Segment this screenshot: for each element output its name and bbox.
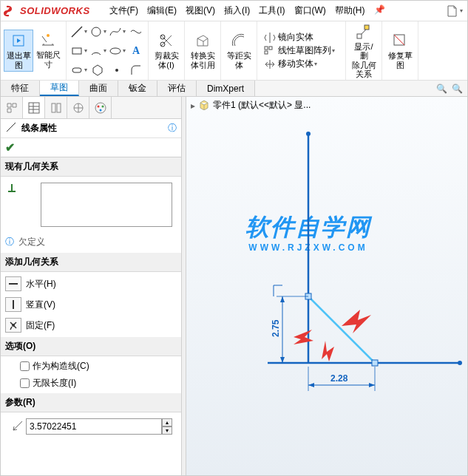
- svg-marker-38: [308, 383, 314, 387]
- linear-pattern-button[interactable]: 线性草图阵列▾: [260, 44, 338, 58]
- menu-help[interactable]: 帮助(H): [330, 4, 370, 17]
- polygon-tool[interactable]: [89, 61, 106, 79]
- existing-relations-list[interactable]: [41, 183, 172, 227]
- svg-point-21: [97, 105, 99, 107]
- repair-sketch-button[interactable]: 修复草图: [385, 30, 415, 70]
- svg-point-20: [95, 103, 106, 113]
- rect-tool[interactable]: ▾: [69, 42, 87, 60]
- svg-rect-3: [72, 48, 81, 54]
- tab-feature[interactable]: 特征: [1, 81, 40, 96]
- move-button[interactable]: 移动实体▾: [260, 58, 320, 71]
- tab-dimxpert[interactable]: DimXpert: [197, 81, 255, 96]
- ptab-appearance[interactable]: [89, 97, 112, 118]
- svg-point-24: [12, 324, 15, 327]
- horizontal-icon: [5, 276, 21, 291]
- relation-perp-icon: [5, 181, 21, 227]
- bc-arrow[interactable]: ▸: [191, 101, 195, 111]
- spin-down[interactable]: ▾: [162, 426, 172, 435]
- breadcrumb: ▸ 零件1 (默认<<默认> 显...: [191, 98, 311, 112]
- slot-tool[interactable]: ▾: [69, 61, 87, 79]
- svg-rect-18: [57, 103, 61, 112]
- opt-infinite[interactable]: 无限长度(I): [1, 375, 181, 392]
- ptab-feature-tree[interactable]: [1, 97, 23, 118]
- app-name: SOLIDWORKS: [20, 5, 90, 16]
- display-relations-button[interactable]: 显示/删除几何关系: [349, 21, 379, 79]
- spline-tool[interactable]: ▾: [108, 23, 126, 41]
- command-tabs: 特征 草图 曲面 钣金 评估 DimXpert 🔍 🔍: [1, 81, 467, 97]
- svg-point-1: [47, 34, 50, 37]
- svg-marker-41: [342, 310, 371, 333]
- dim-vertical[interactable]: 2.75: [271, 285, 308, 363]
- help-icon[interactable]: ⓘ: [168, 122, 177, 135]
- panel-ok-row: ✔: [1, 138, 181, 157]
- solidworks-icon: [4, 4, 18, 18]
- menu-view[interactable]: 视图(V): [181, 4, 220, 17]
- rel-horizontal[interactable]: 水平(H): [1, 273, 181, 294]
- fix-icon: [5, 318, 21, 333]
- opt-construction[interactable]: 作为构造线(C): [1, 358, 181, 375]
- svg-rect-10: [265, 47, 268, 50]
- section-existing-relations[interactable]: 现有几何关系: [1, 157, 181, 177]
- dim-horizontal[interactable]: 2.28: [308, 367, 375, 391]
- sketch-canvas: 2.75 2.28: [186, 119, 467, 474]
- circle-tool[interactable]: ▾: [89, 23, 106, 41]
- arrow-2: [294, 330, 313, 344]
- svg-point-22: [101, 105, 104, 107]
- tab-evaluate[interactable]: 评估: [157, 81, 197, 96]
- trim-button[interactable]: 剪裁实体(I): [152, 30, 181, 70]
- svg-point-23: [99, 109, 101, 111]
- line-icon: [5, 121, 18, 135]
- ellipse-tool[interactable]: ▾: [108, 42, 126, 60]
- construction-checkbox[interactable]: [20, 361, 30, 371]
- svg-point-26: [458, 361, 462, 365]
- text-tool[interactable]: A: [127, 42, 145, 60]
- spline2-tool[interactable]: [127, 23, 145, 41]
- svg-marker-43: [322, 341, 334, 361]
- graphics-area[interactable]: ▸ 零件1 (默认<<默认> 显... 软件自学网 WWW.RJZXW.COM: [186, 97, 467, 475]
- menu-tools[interactable]: 工具(I): [254, 4, 289, 17]
- length-input[interactable]: [26, 418, 162, 435]
- offset-button[interactable]: 等距实体: [224, 30, 254, 70]
- section-params[interactable]: 参数(R): [1, 393, 181, 412]
- menu-edit[interactable]: 编辑(E): [143, 4, 181, 17]
- search2-icon[interactable]: 🔍: [452, 84, 463, 94]
- svg-text:2.28: 2.28: [330, 373, 348, 384]
- fillet-tool[interactable]: [127, 61, 145, 79]
- ok-button[interactable]: ✔: [5, 140, 15, 154]
- menu-insert[interactable]: 插入(I): [220, 4, 254, 17]
- menubar: 文件(F) 编辑(E) 视图(V) 插入(I) 工具(I) 窗口(W) 帮助(H…: [105, 4, 390, 17]
- convert-button[interactable]: 转换实体引用: [188, 30, 217, 70]
- bc-part-name[interactable]: 零件1 (默认<<默认> 显...: [213, 99, 311, 112]
- arc-tool[interactable]: ▾: [89, 42, 106, 60]
- tab-sheetmetal[interactable]: 钣金: [118, 81, 157, 96]
- new-doc-button[interactable]: ▾: [445, 2, 463, 20]
- rel-fix[interactable]: 固定(F): [1, 315, 181, 336]
- endpoint-2[interactable]: [372, 360, 378, 366]
- search-icon[interactable]: 🔍: [436, 84, 447, 94]
- svg-rect-12: [265, 51, 268, 54]
- menu-file[interactable]: 文件(F): [105, 4, 143, 17]
- tab-surface[interactable]: 曲面: [79, 81, 118, 96]
- point-tool[interactable]: [108, 61, 126, 79]
- section-add-relations[interactable]: 添加几何关系: [1, 253, 181, 272]
- menu-window[interactable]: 窗口(W): [290, 4, 330, 17]
- tab-sketch[interactable]: 草图: [40, 81, 79, 96]
- svg-text:2.75: 2.75: [271, 319, 281, 337]
- selected-line[interactable]: [308, 296, 375, 363]
- rel-vertical[interactable]: 竖直(V): [1, 294, 181, 315]
- svg-rect-11: [269, 47, 272, 50]
- line-tool[interactable]: ▾: [69, 23, 87, 41]
- svg-point-7: [115, 69, 118, 72]
- arrow-3: [322, 341, 334, 361]
- ptab-property[interactable]: [23, 97, 45, 118]
- smart-dimension-button[interactable]: 智能尺寸: [33, 30, 63, 71]
- ptab-config[interactable]: [45, 97, 67, 118]
- ptab-dim[interactable]: [67, 97, 89, 118]
- menu-pin[interactable]: 📌: [370, 4, 390, 17]
- part-icon: [198, 98, 210, 112]
- spin-up[interactable]: ▴: [162, 418, 172, 426]
- section-options[interactable]: 选项(O): [1, 337, 181, 356]
- infinite-checkbox[interactable]: [20, 378, 30, 388]
- exit-sketch-button[interactable]: 退出草图: [4, 30, 33, 71]
- mirror-button[interactable]: 镜向实体: [260, 31, 316, 44]
